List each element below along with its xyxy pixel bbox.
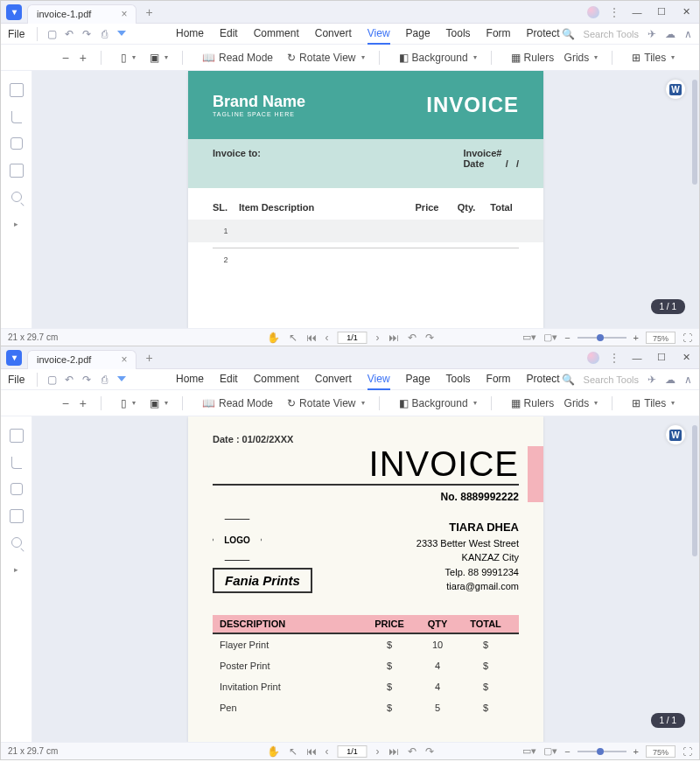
minimize-button[interactable]: — xyxy=(629,6,645,18)
forward-icon[interactable]: ↷ xyxy=(425,745,434,758)
close-icon[interactable]: × xyxy=(121,353,127,366)
fullscreen-icon[interactable]: ⛶ xyxy=(682,746,692,757)
account-icon[interactable] xyxy=(587,352,599,364)
more-icon[interactable]: ⋮ xyxy=(608,351,620,365)
first-page-icon[interactable]: ⏮ xyxy=(306,745,317,758)
minimize-button[interactable]: — xyxy=(629,352,645,364)
comments-icon[interactable] xyxy=(10,137,23,150)
search-input[interactable]: Search Tools xyxy=(584,374,639,385)
save-icon[interactable]: ▢ xyxy=(45,27,59,41)
thumbnails-icon[interactable] xyxy=(10,83,24,97)
fit-width-icon[interactable]: ▭▾ xyxy=(522,332,536,343)
menu-page[interactable]: Page xyxy=(406,24,430,45)
back-icon[interactable]: ↶ xyxy=(408,745,416,758)
filter-icon[interactable] xyxy=(115,27,129,41)
read-mode-button[interactable]: 📖Read Mode xyxy=(202,397,273,409)
rulers-grids-button[interactable]: ▦Rulers Grids▾ xyxy=(511,397,598,409)
fullscreen-icon[interactable]: ⛶ xyxy=(682,332,692,343)
close-button[interactable]: ✕ xyxy=(678,6,694,18)
print-icon[interactable]: ⎙ xyxy=(97,27,111,41)
undo-icon[interactable]: ↶ xyxy=(62,27,76,41)
menu-form[interactable]: Form xyxy=(486,369,511,390)
page-layout-dropdown[interactable]: ▣▾ xyxy=(150,397,168,409)
app-icon[interactable]: ▾ xyxy=(6,350,22,366)
last-page-icon[interactable]: ⏭ xyxy=(388,332,399,344)
close-icon[interactable]: × xyxy=(121,8,127,20)
menu-view[interactable]: View xyxy=(368,24,390,45)
zoom-percentage[interactable]: 75% xyxy=(646,332,676,344)
print-icon[interactable]: ⎙ xyxy=(97,373,111,387)
export-word-button[interactable]: W xyxy=(666,425,685,444)
expand-sidebar-icon[interactable]: ▸ xyxy=(14,220,18,228)
tab-invoice1[interactable]: invoice-1.pdf × xyxy=(27,4,136,24)
hand-tool-icon[interactable]: ✋ xyxy=(267,332,280,344)
hand-tool-icon[interactable]: ✋ xyxy=(267,745,280,758)
page-display-dropdown[interactable]: ▯▾ xyxy=(121,52,136,64)
menu-convert[interactable]: Convert xyxy=(315,24,352,45)
zoom-in-status[interactable]: + xyxy=(634,746,639,757)
canvas[interactable]: Date : 01/02/2XXX INVOICE No. 8889992222… xyxy=(32,416,699,742)
forward-icon[interactable]: ↷ xyxy=(425,332,434,344)
search-icon[interactable]: 🔍 xyxy=(562,374,575,386)
new-tab-button[interactable]: + xyxy=(145,351,152,365)
export-word-button[interactable]: W xyxy=(666,80,685,99)
background-button[interactable]: ◧Background▾ xyxy=(399,397,477,409)
back-icon[interactable]: ↶ xyxy=(408,332,416,344)
menu-convert[interactable]: Convert xyxy=(315,369,352,390)
scrollbar[interactable] xyxy=(692,78,697,305)
menu-protect[interactable]: Protect xyxy=(527,369,560,390)
zoom-out-button[interactable]: − xyxy=(62,51,69,65)
more-icon[interactable]: ⋮ xyxy=(608,5,620,19)
zoom-slider[interactable] xyxy=(578,751,626,752)
select-tool-icon[interactable]: ↖ xyxy=(289,332,298,344)
attachments-icon[interactable] xyxy=(10,509,24,523)
filter-icon[interactable] xyxy=(115,373,129,387)
page-display-dropdown[interactable]: ▯▾ xyxy=(121,397,136,409)
background-button[interactable]: ◧Background▾ xyxy=(399,52,477,64)
collapse-icon[interactable]: ∧ xyxy=(684,374,692,386)
search-panel-icon[interactable] xyxy=(11,537,22,548)
menu-edit[interactable]: Edit xyxy=(220,369,238,390)
page-input[interactable] xyxy=(338,332,368,344)
menu-home[interactable]: Home xyxy=(176,369,204,390)
file-menu[interactable]: File xyxy=(8,374,24,386)
prev-page-icon[interactable]: ‹ xyxy=(326,332,329,344)
cloud-icon[interactable]: ☁ xyxy=(665,374,676,386)
zoom-in-button[interactable]: + xyxy=(80,396,87,410)
first-page-icon[interactable]: ⏮ xyxy=(306,332,317,344)
attachments-icon[interactable] xyxy=(10,164,24,178)
comments-icon[interactable] xyxy=(10,483,23,495)
zoom-out-status[interactable]: − xyxy=(564,746,570,757)
rotate-view-button[interactable]: ↻Rotate View▾ xyxy=(287,52,364,64)
fit-width-icon[interactable]: ▭▾ xyxy=(522,745,536,757)
last-page-icon[interactable]: ⏭ xyxy=(388,745,399,758)
menu-form[interactable]: Form xyxy=(486,24,511,45)
canvas[interactable]: Brand NameTAGLINE SPACE HERE INVOICE Inv… xyxy=(32,71,699,328)
menu-tools[interactable]: Tools xyxy=(446,369,471,390)
zoom-in-status[interactable]: + xyxy=(634,332,639,343)
zoom-in-button[interactable]: + xyxy=(80,51,87,65)
rotate-view-button[interactable]: ↻Rotate View▾ xyxy=(287,397,364,409)
next-page-icon[interactable]: › xyxy=(376,745,380,758)
zoom-out-button[interactable]: − xyxy=(62,396,69,410)
app-icon[interactable]: ▾ xyxy=(6,4,22,20)
menu-page[interactable]: Page xyxy=(406,369,430,390)
fit-page-icon[interactable]: ▢▾ xyxy=(543,332,557,343)
menu-comment[interactable]: Comment xyxy=(254,24,299,45)
rulers-grids-button[interactable]: ▦Rulers Grids▾ xyxy=(511,52,598,64)
tiles-button[interactable]: ⊞Tiles▾ xyxy=(632,397,675,409)
page-layout-dropdown[interactable]: ▣▾ xyxy=(150,52,168,64)
file-menu[interactable]: File xyxy=(8,28,24,40)
account-icon[interactable] xyxy=(587,6,599,18)
send-icon[interactable]: ✈ xyxy=(648,374,656,386)
page-input[interactable] xyxy=(338,745,368,758)
redo-icon[interactable]: ↷ xyxy=(80,27,94,41)
maximize-button[interactable]: ☐ xyxy=(654,352,669,364)
menu-home[interactable]: Home xyxy=(176,24,204,45)
thumbnails-icon[interactable] xyxy=(10,429,24,443)
save-icon[interactable]: ▢ xyxy=(45,373,59,387)
collapse-icon[interactable]: ∧ xyxy=(684,28,692,40)
menu-edit[interactable]: Edit xyxy=(220,24,238,45)
maximize-button[interactable]: ☐ xyxy=(654,6,669,18)
tiles-button[interactable]: ⊞Tiles▾ xyxy=(632,52,675,64)
